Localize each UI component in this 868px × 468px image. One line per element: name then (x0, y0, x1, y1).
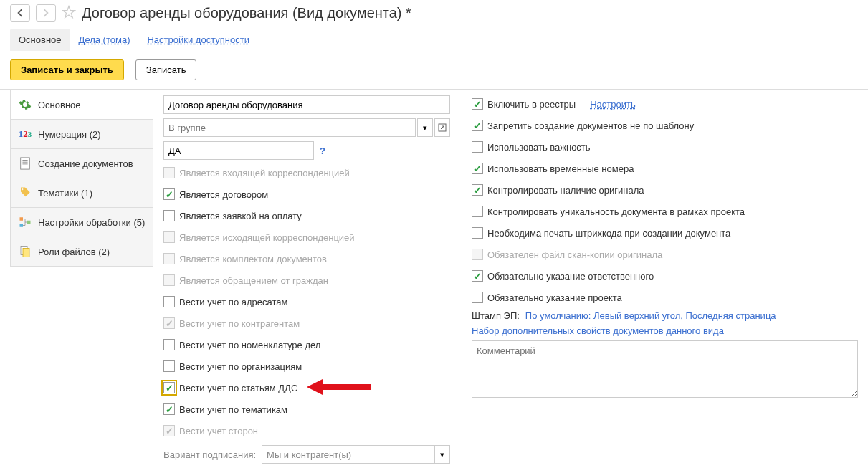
cb-pay-request[interactable] (163, 210, 175, 221)
sign-variant-label: Вариант подписания: (163, 449, 256, 460)
group-open-button[interactable] (434, 118, 450, 137)
cb-incoming-label: Является входящей корреспонденцией (179, 168, 350, 178)
sidetab-main[interactable]: Основное (10, 90, 153, 119)
save-and-close-button[interactable]: Записать и закрыть (10, 59, 124, 80)
sidetab-label: Основное (38, 100, 81, 110)
cb-organizations-label[interactable]: Вести учет по организациям (179, 361, 302, 372)
group-input[interactable] (163, 118, 416, 137)
help-icon[interactable]: ? (320, 145, 325, 156)
sign-variant-select[interactable] (262, 445, 434, 464)
tag-icon (18, 186, 32, 200)
arrow-left-icon (16, 9, 24, 17)
sidetab-label: Настройки обработки (5) (38, 217, 145, 228)
favorite-star-icon[interactable] (62, 5, 76, 22)
cb-contract[interactable] (163, 188, 175, 200)
svg-rect-0 (21, 158, 30, 169)
cb-use-temp-numbers[interactable] (472, 163, 483, 174)
open-icon (438, 123, 447, 132)
cb-organizations[interactable] (163, 360, 175, 372)
configure-registries-link[interactable]: Настроить (590, 99, 636, 110)
save-button[interactable]: Записать (135, 59, 197, 80)
nav-forward-button[interactable] (36, 4, 56, 22)
cb-citizen-appeal-label: Является обращением от граждан (179, 275, 328, 286)
cb-forbid-non-template[interactable] (472, 120, 483, 131)
group-dropdown-button[interactable]: ▾ (417, 118, 433, 137)
cb-doc-set-label: Является комплектом документов (179, 254, 327, 264)
sidetab-label: Нумерация (2) (38, 129, 101, 140)
cb-include-registries[interactable] (472, 98, 483, 110)
cb-need-barcode-label[interactable]: Необходима печать штрихкода при создании… (487, 228, 730, 239)
sidetab-creation[interactable]: Создание документов (10, 148, 153, 178)
document-icon (18, 156, 32, 171)
cb-incoming (163, 167, 175, 178)
cb-addressees-label[interactable]: Вести учет по адресатам (179, 297, 287, 307)
sign-variant-dropdown-button[interactable]: ▾ (434, 445, 450, 464)
cb-parties-label: Вести учет сторон (179, 426, 258, 436)
stamp-link[interactable]: По умолчанию: Левый верхний угол, Послед… (525, 310, 776, 321)
cb-case-nomenclature-label[interactable]: Вести учет по номенклатуре дел (179, 340, 320, 350)
name-input[interactable] (163, 95, 450, 114)
processing-icon (18, 215, 32, 229)
cb-forbid-non-template-label[interactable]: Запретить создание документов не по шабл… (487, 120, 694, 131)
cb-use-temp-numbers-label[interactable]: Использовать временные номера (487, 163, 634, 174)
cb-case-nomenclature[interactable] (163, 339, 175, 350)
code-input[interactable] (163, 141, 314, 160)
page-title: Договор аренды оборудования (Вид докумен… (82, 5, 411, 22)
cb-contract-label[interactable]: Является договором (179, 189, 268, 200)
cb-require-project[interactable] (472, 292, 483, 303)
cb-require-scan-copy-label: Обязателен файл скан-копии оригинала (487, 249, 662, 260)
stamp-label: Штамп ЭП: (472, 310, 520, 321)
cb-outgoing-label: Является исходящей корреспонденцией (179, 232, 355, 243)
sidetab-processing[interactable]: Настройки обработки (5) (10, 207, 153, 237)
cb-dds-articles-label[interactable]: Вести учет по статьям ДДС (179, 383, 297, 393)
svg-rect-5 (20, 224, 24, 227)
numbering-icon: 123 (18, 127, 32, 141)
cb-include-registries-label[interactable]: Включить в реестры (487, 99, 576, 110)
cb-citizen-appeal (163, 274, 175, 286)
tab-main[interactable]: Основное (10, 29, 70, 51)
nav-back-button[interactable] (10, 4, 30, 22)
cb-counterparties-label: Вести учет по контрагентам (179, 318, 300, 329)
gear-icon (18, 97, 32, 112)
cb-require-responsible-label[interactable]: Обязательно указание ответственного (487, 271, 654, 282)
sidetab-numbering[interactable]: 123 Нумерация (2) (10, 119, 153, 148)
svg-rect-4 (20, 217, 24, 221)
file-roles-icon (18, 244, 32, 259)
cb-addressees[interactable] (163, 296, 175, 307)
tab-cases[interactable]: Дела (тома) (70, 29, 139, 51)
cb-control-unique-label[interactable]: Контролировать уникальность документа в … (487, 206, 745, 217)
cb-require-responsible[interactable] (472, 270, 483, 282)
sidetab-topics[interactable]: Тематики (1) (10, 178, 153, 207)
cb-need-barcode[interactable] (472, 227, 483, 239)
sidetab-file-roles[interactable]: Роли файлов (2) (10, 237, 153, 267)
cb-control-original[interactable] (472, 184, 483, 196)
cb-by-topics-label[interactable]: Вести учет по тематикам (179, 404, 287, 415)
cb-dds-articles[interactable] (163, 382, 175, 393)
sidetab-label: Роли файлов (2) (38, 247, 110, 257)
arrow-right-icon (42, 9, 50, 17)
cb-outgoing (163, 231, 175, 243)
cb-use-importance[interactable] (472, 141, 483, 153)
cb-doc-set (163, 253, 175, 264)
red-arrow-annotation (307, 376, 371, 398)
additional-props-link[interactable]: Набор дополнительных свойств документов … (472, 325, 724, 336)
svg-rect-8 (23, 249, 29, 257)
cb-pay-request-label[interactable]: Является заявкой на оплату (179, 211, 302, 221)
cb-require-project-label[interactable]: Обязательно указание проекта (487, 292, 622, 303)
cb-control-unique[interactable] (472, 206, 483, 217)
tab-access-settings[interactable]: Настройки доступности (138, 29, 257, 51)
sidetab-label: Создание документов (38, 158, 133, 169)
cb-by-topics[interactable] (163, 403, 175, 415)
cb-use-importance-label[interactable]: Использовать важность (487, 142, 591, 153)
cb-counterparties (163, 317, 175, 329)
cb-require-scan-copy (472, 249, 483, 260)
svg-rect-6 (27, 221, 31, 224)
comment-textarea[interactable] (472, 340, 858, 398)
sidetab-label: Тематики (1) (38, 188, 92, 199)
cb-parties (163, 425, 175, 436)
cb-control-original-label[interactable]: Контролировать наличие оригинала (487, 185, 644, 196)
